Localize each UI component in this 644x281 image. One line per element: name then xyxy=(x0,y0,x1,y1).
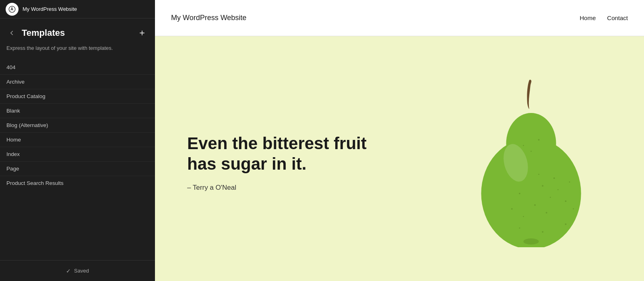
svg-point-20 xyxy=(542,231,543,232)
preview-site-name: My WordPress Website xyxy=(171,14,246,22)
back-button[interactable] xyxy=(6,28,17,38)
sidebar-footer: ✓ Saved xyxy=(0,260,155,281)
template-item-index[interactable]: Index xyxy=(0,147,155,162)
saved-status: Saved xyxy=(74,268,89,274)
template-item-blog-alternative[interactable]: Blog (Alternative) xyxy=(0,118,155,133)
svg-point-7 xyxy=(534,204,536,206)
template-item-404[interactable]: 404 xyxy=(0,60,155,75)
svg-point-11 xyxy=(565,200,567,202)
svg-point-21 xyxy=(530,150,532,152)
template-list: 404ArchiveProduct CatalogBlankBlog (Alte… xyxy=(0,60,155,281)
sidebar: My WordPress Website Templates Express t… xyxy=(0,0,155,281)
pear-illustration xyxy=(451,78,604,247)
sidebar-description: Express the layout of your site with tem… xyxy=(0,43,155,60)
svg-point-6 xyxy=(550,197,551,198)
svg-point-13 xyxy=(538,174,539,175)
page-title: Templates xyxy=(22,28,65,38)
svg-point-15 xyxy=(569,181,570,183)
svg-point-14 xyxy=(553,177,555,179)
hero-text-block: Even the bitterest fruit has sugar in it… xyxy=(187,133,368,192)
saved-checkmark-icon: ✓ xyxy=(66,268,71,274)
svg-point-24 xyxy=(523,238,539,244)
main-preview: My WordPress Website HomeContact Even th… xyxy=(155,0,644,281)
svg-point-17 xyxy=(573,208,574,209)
template-item-page[interactable]: Page xyxy=(0,162,155,176)
sidebar-topbar: My WordPress Website xyxy=(0,0,155,18)
template-item-product-search-results[interactable]: Product Search Results xyxy=(0,176,155,190)
wp-logo xyxy=(6,3,19,16)
preview-nav: My WordPress Website HomeContact xyxy=(155,0,644,36)
hero-attribution: – Terry a O'Neal xyxy=(187,184,368,192)
site-title-topbar: My WordPress Website xyxy=(23,6,77,12)
svg-point-8 xyxy=(557,189,559,190)
template-item-home[interactable]: Home xyxy=(0,133,155,147)
svg-point-9 xyxy=(546,212,547,213)
svg-point-10 xyxy=(523,216,524,217)
svg-point-16 xyxy=(511,208,513,209)
template-item-blank[interactable]: Blank xyxy=(0,104,155,118)
preview-hero: Even the bitterest fruit has sugar in it… xyxy=(155,36,644,281)
svg-point-23 xyxy=(523,145,524,146)
sidebar-header-left: Templates xyxy=(6,28,65,38)
svg-point-12 xyxy=(519,193,520,194)
add-template-button[interactable] xyxy=(136,27,149,39)
sidebar-header: Templates xyxy=(0,18,155,43)
svg-point-22 xyxy=(538,139,540,140)
preview-nav-link-contact[interactable]: Contact xyxy=(607,14,628,21)
hero-quote: Even the bitterest fruit has sugar in it… xyxy=(187,133,368,174)
svg-point-19 xyxy=(519,227,520,228)
preview-nav-link-home[interactable]: Home xyxy=(580,14,596,21)
svg-point-18 xyxy=(565,223,567,225)
template-item-product-catalog[interactable]: Product Catalog xyxy=(0,89,155,104)
hero-image xyxy=(443,78,612,247)
template-item-archive[interactable]: Archive xyxy=(0,75,155,89)
svg-point-5 xyxy=(542,185,543,187)
preview-nav-links: HomeContact xyxy=(580,14,628,21)
